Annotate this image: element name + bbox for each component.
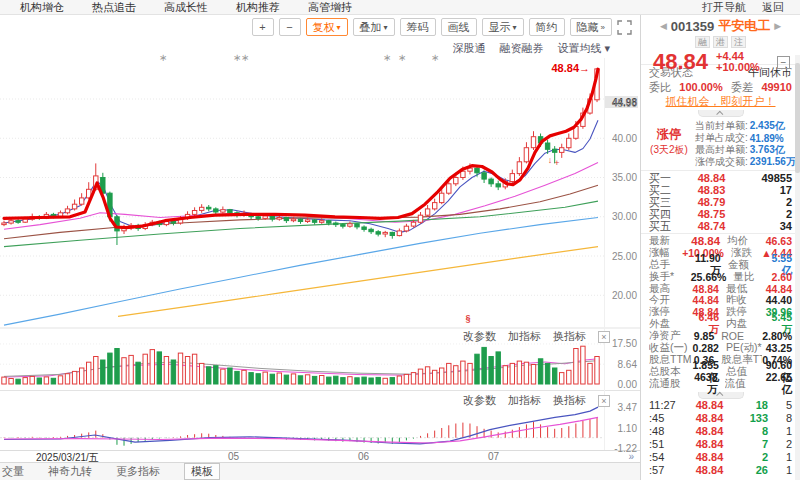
bottom-tab-3[interactable]: 模板 [184, 463, 220, 480]
macd-panel-header: 改参数加指标换指标× [463, 393, 610, 408]
limit-up-subtitle: (3天2板) [643, 143, 695, 157]
toolbar-筹码-button[interactable]: 筹码 [400, 18, 436, 36]
svg-text:∗: ∗ [241, 52, 249, 63]
panel-header-2[interactable]: 换指标 [553, 393, 586, 408]
nav-item-3[interactable]: 机构推荐 [236, 0, 280, 15]
chart-toolbar: + − 复权▾叠加▾筹码画线显示▾简约隐藏» [252, 18, 633, 36]
svg-text:∗: ∗ [398, 52, 406, 63]
panel-header-0[interactable]: 改参数 [463, 393, 496, 408]
tick-row: 11:2748.84185 [641, 399, 800, 412]
scrollbar-thumb[interactable] [795, 63, 800, 173]
svg-text:∗: ∗ [383, 52, 391, 63]
top-nav-right: 打开导航 返回 [702, 0, 800, 15]
toolbar-画线-button[interactable]: 画线 [441, 18, 477, 36]
stock-tag-1: 港 [713, 36, 728, 48]
volume-panel-header: 改参数加指标换指标× [463, 329, 610, 344]
svg-text:§: § [465, 313, 470, 323]
panel-header-2[interactable]: 换指标 [553, 329, 586, 344]
svg-text:∗: ∗ [159, 52, 167, 63]
stock-app-window: 机构增仓热点追击高成长性机构推荐高管增持 打开导航 返回 ∗∗∗∗∗∗§↓+48… [0, 0, 800, 480]
tick-row: :4848.8481 [641, 425, 800, 438]
weicha-value: 49910 [761, 81, 792, 93]
svg-text:8.64: 8.64 [618, 359, 638, 370]
bottom-tab-bar: 交量神奇九转更多指标模板 [0, 462, 640, 480]
weibi-row: 委比 100.00% 委差 49910 [641, 80, 800, 94]
collapse-toggle[interactable] [698, 110, 744, 117]
price-change-pct: +10.00% [716, 61, 760, 73]
ma-settings-link[interactable]: 设置均线 ▾ [557, 41, 610, 56]
svg-text:45.00: 45.00 [612, 98, 637, 109]
toolbar-简约-button[interactable]: 简约 [529, 18, 565, 36]
toolbar-复权-button[interactable]: 复权▾ [306, 18, 348, 36]
top-nav-items: 机构增仓热点追击高成长性机构推荐高管增持 [20, 0, 380, 15]
bottom-tab-0[interactable]: 交量 [2, 464, 24, 479]
nav-item-2[interactable]: 高成长性 [164, 0, 208, 15]
stock-code: 001359 [671, 19, 714, 34]
chevron-down-icon: ▾ [513, 23, 517, 32]
panel-header-1[interactable]: 加指标 [508, 393, 541, 408]
toolbar-显示-button[interactable]: 显示▾ [482, 18, 524, 36]
svg-text:1.10: 1.10 [618, 423, 638, 434]
quote-panel: ◀ 001359 平安电工 ▶ 融港注 48.84 +4.44+10.00% −… [640, 15, 800, 480]
svg-text:20.00: 20.00 [612, 290, 637, 301]
minimize-icon[interactable]: − [777, 56, 790, 69]
quote-header: ◀ 001359 平安电工 ▶ 融港注 48.84 +4.44+10.00% − [641, 15, 800, 65]
candles-layer [2, 68, 599, 445]
chart-toolbar-secondary: 深股通 融资融券 设置均线 ▾ [452, 41, 610, 56]
weibi-label: 委比 [649, 80, 671, 95]
nav-item-4[interactable]: 高管增持 [308, 0, 352, 15]
svg-text:30.00: 30.00 [612, 211, 637, 222]
close-icon[interactable]: × [598, 331, 610, 343]
nav-item-1[interactable]: 热点追击 [92, 0, 136, 15]
back-link[interactable]: 返回 [762, 0, 784, 15]
chevron-down-icon: ▾ [337, 23, 341, 32]
panel-header-1[interactable]: 加指标 [508, 329, 541, 344]
svg-text:+: + [554, 158, 559, 168]
chevron-down-icon: ▾ [604, 42, 610, 54]
zoom-out-button[interactable]: − [279, 18, 301, 36]
top-nav: 机构增仓热点追击高成长性机构推荐高管增持 打开导航 返回 [0, 0, 800, 15]
last-price: 48.84 [653, 49, 708, 75]
fullscreen-icon[interactable] [617, 20, 632, 35]
svg-text:3.47: 3.47 [618, 402, 638, 413]
margin-trading-link[interactable]: 融资融券 [499, 41, 543, 56]
limit-up-rows: 当前封单额:2.435亿封单占成交:41.89%最高封单额:3.763亿涨停成交… [695, 120, 796, 168]
bid-row-5: 买五48.7434 [641, 220, 800, 232]
open-navigation-link[interactable]: 打开导航 [702, 0, 746, 15]
svg-text:17.50: 17.50 [612, 338, 637, 349]
toolbar-隐藏-button[interactable]: 隐藏» [570, 18, 612, 36]
open-account-link[interactable]: 抓住机会，即刻开户！ [641, 94, 800, 109]
panel-header-0[interactable]: 改参数 [463, 329, 496, 344]
next-stock-icon[interactable]: ▶ [774, 21, 781, 31]
bottom-tab-2[interactable]: 更多指标 [116, 464, 160, 479]
stock-name: 平安电工 [718, 17, 770, 35]
nav-item-0[interactable]: 机构增仓 [20, 0, 64, 15]
stock-tag-2: 注 [731, 36, 746, 48]
svg-text:35.00: 35.00 [612, 172, 637, 183]
bottom-tab-1[interactable]: 神奇九转 [48, 464, 92, 479]
tick-row: :5448.8421 [641, 451, 800, 464]
toolbar-叠加-button[interactable]: 叠加▾ [353, 18, 395, 36]
limit-up-block: 涨停 (3天2板) 当前封单额:2.435亿封单占成交:41.89%最高封单额:… [641, 117, 800, 171]
toolbar-buttons: 复权▾叠加▾筹码画线显示▾简约隐藏» [306, 18, 613, 36]
axis-month-06: 06 [358, 451, 369, 462]
panel-scrollbar[interactable] [795, 55, 800, 480]
stats-grid: 最新48.84均价46.63涨幅+10.00%涨跌▲4.44总手11.90万金额… [641, 234, 800, 391]
scroll-right-icon[interactable]: » [628, 451, 634, 462]
svg-text:∗: ∗ [431, 52, 439, 63]
prev-stock-icon[interactable]: ◀ [660, 21, 667, 31]
tick-row: :4548.841338 [641, 412, 800, 425]
tick-trade-list: 11:2748.84185:4548.841338:4848.8481:5148… [641, 399, 800, 477]
zoom-in-button[interactable]: + [252, 18, 274, 36]
axis-month-07: 07 [488, 451, 499, 462]
stat-row: 流通股4638万流值22.65亿 [641, 378, 800, 390]
axis-month-05: 05 [228, 451, 239, 462]
limit-up-row: 涨停成交额:2391.56万 [695, 156, 796, 168]
tick-row: :5148.8472 [641, 438, 800, 451]
stock-tag-0: 融 [695, 36, 710, 48]
limit-up-title: 涨停 [643, 126, 695, 143]
shenzhen-connect-link[interactable]: 深股通 [452, 41, 485, 56]
chevron-down-icon: ▾ [384, 23, 388, 32]
tick-row: :5748.84261 [641, 464, 800, 477]
close-icon[interactable]: × [598, 395, 610, 407]
